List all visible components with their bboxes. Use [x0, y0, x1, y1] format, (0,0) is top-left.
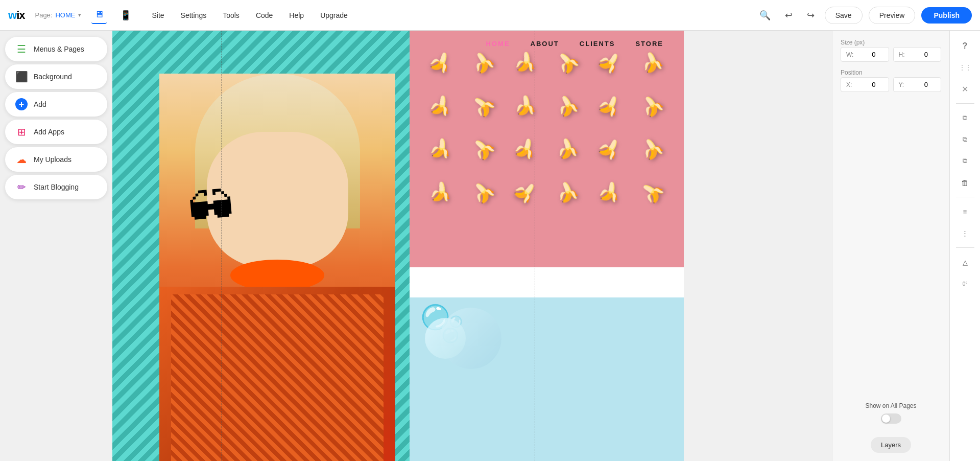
menus-pages-button[interactable]: ☰ Menus & Pages — [5, 37, 107, 61]
add-label: Add — [34, 100, 46, 108]
right-sidebar: ? ⋮⋮ ✕ ⧉ ⧉ ⧉ 🗑 ≡ ⋮ △ 0° — [949, 31, 980, 461]
blue-section: 🫧 — [410, 297, 684, 461]
background-icon: ⬛ — [15, 71, 28, 83]
delete-icon[interactable]: 🗑 — [954, 173, 976, 192]
position-section: Position X: Y: — [841, 69, 941, 92]
background-label: Background — [34, 73, 72, 81]
menus-pages-label: Menus & Pages — [34, 45, 84, 53]
canvas-area: 🕶 HOME ABOUT CLIENTS STORE 🍌 🍌 🍌 🍌 🍌 — [112, 31, 684, 461]
width-input[interactable] — [858, 51, 883, 58]
add-icon: + — [15, 98, 28, 110]
y-input[interactable] — [910, 81, 936, 88]
start-blogging-label: Start Blogging — [34, 183, 79, 191]
x-input[interactable] — [858, 81, 883, 88]
x-label: X: — [846, 81, 852, 88]
undo-icon[interactable]: ↩ — [781, 6, 797, 25]
background-button[interactable]: ⬛ Background — [5, 64, 107, 89]
drag-handle-icon[interactable]: ⋮⋮ — [954, 58, 976, 77]
size-row: W: H: — [841, 47, 941, 62]
position-row: X: Y: — [841, 77, 941, 92]
help-sidebar-icon[interactable]: ? — [954, 37, 976, 55]
height-input[interactable] — [910, 51, 936, 58]
search-icon[interactable]: 🔍 — [755, 6, 775, 25]
nav-home[interactable]: HOME — [486, 40, 510, 48]
page-name[interactable]: HOME — [55, 11, 75, 19]
angle-display: 0° — [954, 274, 976, 293]
topbar: wix Page: HOME ▾ 🖥 📱 Site Settings Tools… — [0, 0, 980, 31]
nav-clients[interactable]: CLIENTS — [580, 40, 615, 48]
left-panel: ☰ Menus & Pages ⬛ Background + Add ⊞ Add… — [0, 31, 112, 461]
banana-section: 🍌 🍌 🍌 🍌 🍌 🍌 🍌 🍌 🍌 🍌 🍌 🍌 🍌 🍌 🍌 🍌 🍌 🍌 🍌 — [410, 31, 684, 267]
add-apps-icon: ⊞ — [15, 126, 28, 138]
size-section: Size (px) W: H: — [841, 39, 941, 62]
help-nav-btn[interactable]: Help — [282, 7, 311, 24]
desktop-device-btn[interactable]: 🖥 — [91, 6, 107, 24]
page-indicator: Page: HOME ▾ — [35, 11, 81, 19]
my-uploads-button[interactable]: ☁ My Uploads — [5, 147, 107, 172]
nav-about[interactable]: ABOUT — [531, 40, 559, 48]
y-field: Y: — [893, 77, 942, 92]
width-field: W: — [841, 47, 889, 62]
page-label: Page: — [35, 11, 52, 19]
align-right-icon[interactable]: ⋮ — [954, 224, 976, 242]
layers-button[interactable]: Layers — [871, 437, 911, 453]
publish-button[interactable]: Publish — [921, 7, 972, 24]
y-label: Y: — [899, 81, 904, 88]
copy-icon[interactable]: ⧉ — [954, 109, 976, 127]
topbar-nav: Site Settings Tools Code Help Upgrade — [145, 7, 354, 24]
website-preview: 🕶 HOME ABOUT CLIENTS STORE 🍌 🍌 🍌 🍌 🍌 — [112, 31, 684, 461]
paste-icon[interactable]: ⧉ — [954, 130, 976, 149]
hero-section: 🕶 — [112, 31, 426, 461]
site-nav: HOME ABOUT CLIENTS STORE — [410, 31, 684, 57]
save-button[interactable]: Save — [825, 7, 863, 24]
settings-nav-btn[interactable]: Settings — [174, 7, 214, 24]
start-blogging-icon: ✏ — [15, 181, 28, 193]
show-all-pages-toggle[interactable] — [881, 413, 901, 424]
height-field: H: — [893, 47, 942, 62]
width-label: W: — [846, 51, 853, 58]
sidebar-divider-3 — [956, 247, 974, 248]
menus-pages-icon: ☰ — [15, 43, 28, 55]
white-gap — [410, 267, 684, 297]
wix-logo: wix — [8, 9, 25, 22]
add-apps-button[interactable]: ⊞ Add Apps — [5, 120, 107, 144]
sidebar-divider-2 — [956, 197, 974, 197]
code-nav-btn[interactable]: Code — [249, 7, 280, 24]
site-nav-btn[interactable]: Site — [145, 7, 171, 24]
size-label: Size (px) — [841, 39, 941, 46]
preview-button[interactable]: Preview — [869, 7, 916, 24]
show-all-pages-label: Show on All Pages — [841, 402, 941, 409]
x-field: X: — [841, 77, 889, 92]
my-uploads-icon: ☁ — [15, 153, 28, 166]
transform-icon[interactable]: △ — [954, 253, 976, 271]
mobile-device-btn[interactable]: 📱 — [117, 7, 134, 24]
hero-image: 🕶 — [159, 74, 395, 461]
nav-store[interactable]: STORE — [635, 40, 663, 48]
upgrade-nav-btn[interactable]: Upgrade — [313, 7, 355, 24]
position-label: Position — [841, 69, 941, 76]
redo-icon[interactable]: ↪ — [803, 6, 819, 25]
sidebar-divider-1 — [956, 103, 974, 104]
tools-nav-btn[interactable]: Tools — [216, 7, 247, 24]
topbar-right: 🔍 ↩ ↪ Save Preview Publish — [755, 6, 972, 25]
page-chevron-icon[interactable]: ▾ — [78, 12, 81, 18]
properties-panel: Size (px) W: H: Position X: — [832, 31, 949, 461]
toggle-thumb — [882, 414, 890, 423]
height-label: H: — [899, 51, 905, 58]
duplicate-icon[interactable]: ⧉ — [954, 152, 976, 170]
add-button[interactable]: + Add — [5, 92, 107, 117]
add-apps-label: Add Apps — [34, 128, 64, 136]
align-left-icon[interactable]: ≡ — [954, 202, 976, 221]
close-panel-icon[interactable]: ✕ — [954, 80, 976, 98]
show-all-pages-section: Show on All Pages — [841, 392, 941, 424]
glasses-overlay: 🕶 — [185, 180, 236, 237]
my-uploads-label: My Uploads — [34, 155, 71, 164]
start-blogging-button[interactable]: ✏ Start Blogging — [5, 175, 107, 199]
